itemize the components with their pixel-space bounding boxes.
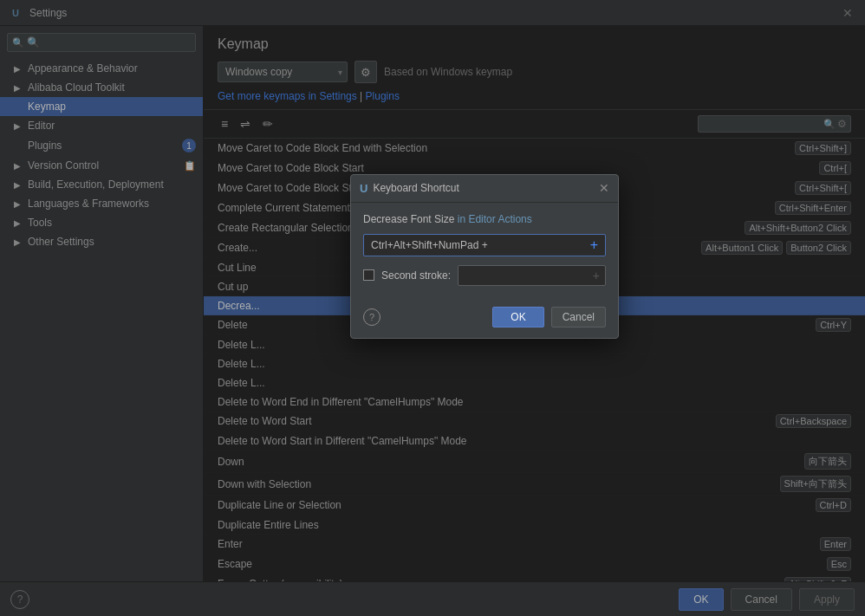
modal-cancel-button[interactable]: Cancel: [551, 307, 606, 327]
modal-app-icon: U: [360, 182, 367, 195]
modal-footer: ? OK Cancel: [351, 307, 618, 338]
keyboard-shortcut-modal: U Keyboard Shortcut ✕ Decrease Font Size…: [350, 174, 619, 339]
second-stroke-checkbox[interactable]: [363, 269, 374, 281]
second-stroke-input[interactable]: +: [458, 265, 606, 286]
modal-overlay: U Keyboard Shortcut ✕ Decrease Font Size…: [0, 0, 865, 616]
second-stroke-label: Second stroke:: [381, 269, 451, 282]
add-shortcut-button[interactable]: +: [590, 238, 598, 252]
modal-body: Decrease Font Size in Editor Actions Ctr…: [351, 203, 618, 307]
second-stroke-row: Second stroke: +: [363, 265, 606, 286]
modal-titlebar: U Keyboard Shortcut ✕: [351, 175, 618, 203]
modal-close-button[interactable]: ✕: [599, 182, 609, 194]
second-stroke-plus-icon: +: [593, 269, 600, 282]
modal-help-button[interactable]: ?: [363, 308, 380, 326]
modal-ok-button[interactable]: OK: [492, 307, 543, 327]
shortcut-value: Ctrl+Alt+Shift+NumPad +: [371, 239, 585, 251]
modal-subtitle: Decrease Font Size in Editor Actions: [363, 213, 606, 225]
modal-subtitle-context: in Editor Actions: [454, 213, 531, 225]
modal-title: Keyboard Shortcut: [373, 182, 594, 194]
modal-shortcut-field[interactable]: Ctrl+Alt+Shift+NumPad + +: [363, 234, 606, 256]
modal-subtitle-action: Decrease Font Size: [363, 213, 454, 225]
